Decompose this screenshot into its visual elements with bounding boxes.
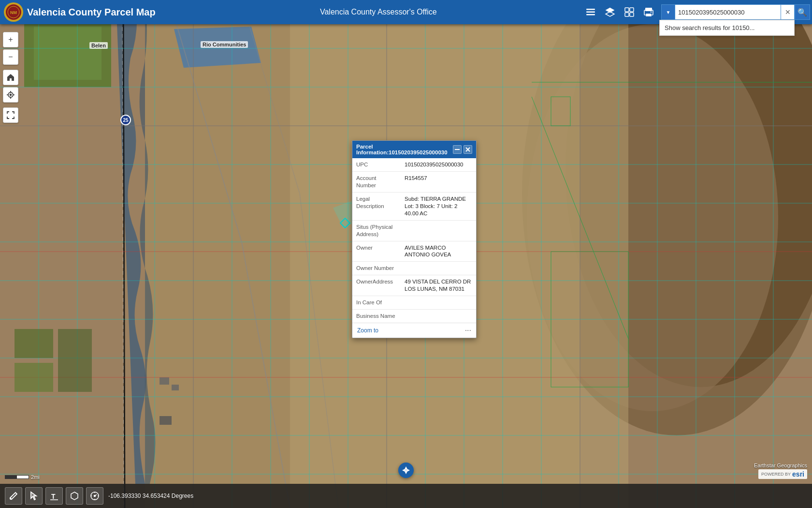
popup-value-account: R154557 bbox=[401, 172, 476, 192]
popup-row-care-of: In Care Of bbox=[352, 296, 476, 310]
esri-logo-text: esri bbox=[792, 470, 804, 478]
search-dropdown-button[interactable]: ▼ bbox=[661, 4, 675, 20]
svg-rect-69 bbox=[645, 8, 652, 11]
popup-label-owner: Owner bbox=[352, 241, 401, 262]
search-go-button[interactable]: 🔍 bbox=[795, 4, 810, 20]
esri-branding: Earthstar Geographics POWERED BY esri bbox=[754, 463, 807, 479]
svg-rect-68 bbox=[630, 13, 634, 16]
list-icon-btn[interactable] bbox=[582, 3, 599, 21]
print-icon-btn[interactable] bbox=[640, 3, 657, 21]
popup-header-controls bbox=[453, 145, 472, 154]
chevron-down-icon: ▼ bbox=[666, 10, 671, 15]
app-subtitle: Valencia County Assessor's Office bbox=[175, 8, 582, 16]
popup-value-business bbox=[401, 310, 476, 323]
svg-rect-53 bbox=[14, 329, 53, 358]
select-tool-button[interactable] bbox=[25, 487, 43, 505]
bottom-toolbar: T -106.393330 34.653424 Degrees bbox=[0, 484, 812, 508]
place-label-belen: Belen bbox=[89, 42, 108, 49]
svg-rect-7 bbox=[34, 27, 102, 80]
popup-value-owner: AVILES MARCO ANTONIO GOVEA bbox=[401, 241, 476, 262]
popup-value-owner-address: 49 VISTA DEL CERRO DR LOS LUNAS, NM 8703… bbox=[401, 275, 476, 296]
popup-body: UPC 1015020395025000030 Account Number R… bbox=[352, 158, 476, 323]
popup-row-owner-address: OwnerAddress 49 VISTA DEL CERRO DR LOS L… bbox=[352, 275, 476, 296]
svg-point-79 bbox=[10, 94, 12, 96]
search-clear-button[interactable]: ✕ bbox=[781, 4, 795, 20]
svg-rect-71 bbox=[646, 14, 652, 16]
svg-marker-98 bbox=[407, 469, 410, 472]
scale-bar: 2mi bbox=[5, 474, 40, 480]
place-label-rio-communities: Rio Communities bbox=[201, 41, 248, 48]
search-area: ▼ ✕ 🔍 Show search results for 10150... bbox=[661, 4, 810, 20]
popup-row-account: Account Number R154557 bbox=[352, 172, 476, 193]
text-tool-button[interactable]: T bbox=[45, 487, 63, 505]
search-input[interactable] bbox=[675, 4, 781, 20]
popup-label-situs: Situs (Physical Address) bbox=[352, 221, 401, 241]
svg-rect-54 bbox=[14, 363, 53, 392]
popup-title: Parcel Information:1015020395025000030 bbox=[356, 144, 453, 155]
earthstar-geographics-text: Earthstar Geographics bbox=[754, 463, 807, 468]
zoom-to-link[interactable]: Zoom to bbox=[357, 327, 378, 334]
map-navigate-button[interactable] bbox=[398, 463, 414, 478]
svg-rect-80 bbox=[455, 149, 460, 150]
svg-text:NM: NM bbox=[10, 10, 17, 15]
popup-label-care-of: In Care Of bbox=[352, 296, 401, 309]
home-button[interactable] bbox=[3, 70, 18, 85]
svg-point-73 bbox=[651, 12, 652, 13]
svg-marker-97 bbox=[402, 469, 405, 472]
zoom-out-button[interactable]: − bbox=[3, 49, 18, 65]
popup-label-account: Account Number bbox=[352, 172, 401, 192]
popup-minimize-button[interactable] bbox=[453, 145, 462, 154]
popup-row-owner-number: Owner Number bbox=[352, 262, 476, 275]
powered-by-text: POWERED BY bbox=[761, 472, 791, 477]
edit-tool-button[interactable] bbox=[5, 487, 22, 505]
coordinates-display: -106.393330 34.653424 Degrees bbox=[108, 493, 193, 499]
popup-row-legal: Legal Description Subd: TIERRA GRANDE Lo… bbox=[352, 193, 476, 221]
search-suggestion-dropdown[interactable]: Show search results for 10150... bbox=[659, 20, 795, 36]
svg-rect-50 bbox=[160, 377, 169, 385]
svg-rect-51 bbox=[172, 385, 179, 390]
popup-value-legal: Subd: TIERRA GRANDE Lot: 3 Block: 7 Unit… bbox=[401, 193, 476, 220]
popup-row-business: Business Name bbox=[352, 310, 476, 323]
layers-icon-btn[interactable] bbox=[601, 3, 619, 21]
popup-label-owner-address: OwnerAddress bbox=[352, 275, 401, 296]
svg-point-94 bbox=[94, 495, 96, 497]
svg-marker-87 bbox=[71, 492, 78, 500]
popup-footer: Zoom to ··· bbox=[352, 323, 476, 338]
popup-label-business: Business Name bbox=[352, 310, 401, 323]
interstate-marker: 25 bbox=[120, 115, 131, 125]
parcel-popup: Parcel Information:1015020395025000030 U… bbox=[352, 140, 477, 338]
esri-badge: POWERED BY esri bbox=[758, 469, 807, 479]
left-toolbar: + − bbox=[0, 29, 21, 126]
popup-close-button[interactable] bbox=[464, 145, 472, 154]
shape-tool-button[interactable] bbox=[66, 487, 83, 505]
svg-rect-65 bbox=[625, 8, 629, 12]
svg-rect-61 bbox=[586, 12, 595, 13]
fullscreen-button[interactable] bbox=[3, 107, 18, 123]
svg-rect-52 bbox=[160, 416, 172, 425]
svg-rect-55 bbox=[58, 329, 92, 392]
measure-tool-button[interactable] bbox=[86, 487, 103, 505]
popup-value-owner-number bbox=[401, 262, 476, 275]
svg-point-99 bbox=[405, 469, 407, 471]
svg-rect-62 bbox=[586, 14, 595, 15]
popup-more-button[interactable]: ··· bbox=[465, 326, 471, 335]
search-icon: 🔍 bbox=[798, 8, 807, 17]
popup-value-upc: 1015020395025000030 bbox=[401, 158, 476, 171]
popup-label-legal: Legal Description bbox=[352, 193, 401, 220]
popup-row-situs: Situs (Physical Address) bbox=[352, 221, 476, 241]
svg-rect-67 bbox=[625, 13, 629, 16]
basemap-icon-btn[interactable] bbox=[621, 3, 638, 21]
popup-label-owner-number: Owner Number bbox=[352, 262, 401, 275]
svg-rect-60 bbox=[586, 9, 595, 10]
locate-button[interactable] bbox=[3, 87, 18, 103]
svg-text:T: T bbox=[51, 493, 56, 500]
svg-rect-66 bbox=[630, 8, 634, 12]
popup-value-situs bbox=[401, 221, 476, 241]
popup-header: Parcel Information:1015020395025000030 bbox=[352, 141, 476, 158]
app-logo: NM bbox=[4, 2, 23, 22]
popup-value-care-of bbox=[401, 296, 476, 309]
popup-row-upc: UPC 1015020395025000030 bbox=[352, 158, 476, 172]
popup-row-owner: Owner AVILES MARCO ANTONIO GOVEA bbox=[352, 241, 476, 262]
toolbar-icons bbox=[582, 3, 657, 21]
zoom-in-button[interactable]: + bbox=[3, 32, 18, 47]
